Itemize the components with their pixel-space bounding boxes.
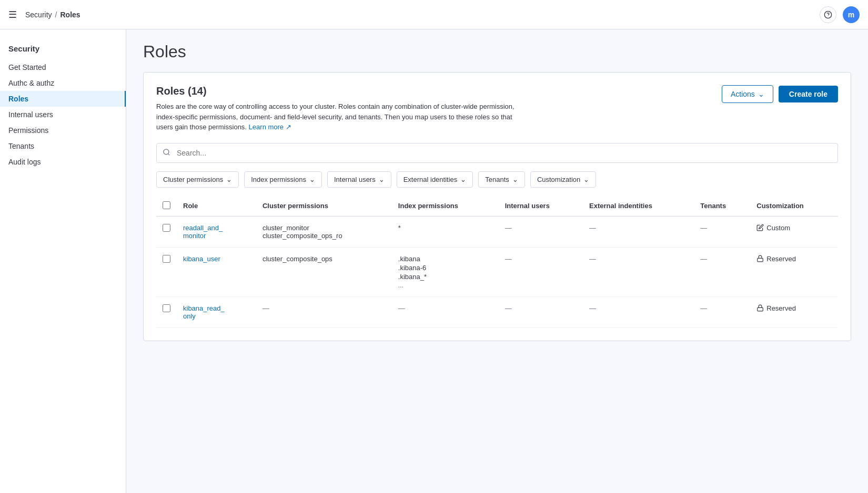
row-checkbox-cell: [156, 247, 177, 296]
menu-icon[interactable]: ☰: [8, 9, 17, 20]
roles-title-area: Roles (14) Roles are the core way of con…: [156, 85, 711, 132]
filter-cluster-permissions[interactable]: Cluster permissions ⌄: [156, 171, 239, 188]
roles-table: Role Cluster permissions Index permissio…: [156, 196, 838, 328]
index-permissions-cell: *: [392, 216, 499, 247]
chevron-down-icon: ⌄: [460, 176, 466, 183]
search-container: [156, 143, 838, 163]
index-permissions-cell: —: [392, 296, 499, 327]
table-row: kibana_read_only — — — — —: [156, 296, 838, 327]
actions-button[interactable]: Actions ⌄: [722, 85, 773, 103]
tenants-cell: —: [694, 296, 750, 327]
svg-point-2: [164, 149, 169, 154]
role-link[interactable]: readall_and_monitor: [183, 224, 223, 240]
sidebar-item-permissions[interactable]: Permissions: [0, 122, 126, 138]
lock-icon: [756, 304, 764, 312]
row-checkbox[interactable]: [163, 224, 170, 232]
cluster-permissions-cell: cluster_monitorcluster_composite_ops_ro: [256, 216, 392, 247]
svg-rect-5: [758, 307, 763, 311]
svg-line-3: [168, 153, 169, 155]
breadcrumb: Security / Roles: [25, 11, 80, 19]
select-all-checkbox[interactable]: [163, 201, 170, 209]
roles-card-title: Roles (14): [156, 85, 711, 97]
row-checkbox[interactable]: [163, 304, 170, 312]
col-customization: Customization: [750, 196, 838, 217]
filter-internal-users[interactable]: Internal users ⌄: [327, 171, 391, 188]
chevron-down-icon: ⌄: [309, 176, 315, 183]
table-row: readall_and_monitor cluster_monitorclust…: [156, 216, 838, 247]
cluster-permissions-cell: —: [256, 296, 392, 327]
col-index-permissions: Index permissions: [392, 196, 499, 217]
filters: Cluster permissions ⌄ Index permissions …: [156, 171, 838, 188]
sidebar-item-tenants[interactable]: Tenants: [0, 138, 126, 154]
sidebar-item-authc-authz[interactable]: Authc & authz: [0, 75, 126, 91]
topnav-right: m: [820, 6, 860, 23]
roles-description: Roles are the core way of controlling ac…: [156, 101, 524, 132]
roles-actions: Actions ⌄ Create role: [722, 85, 838, 103]
sidebar-item-internal-users[interactable]: Internal users: [0, 107, 126, 122]
sidebar-item-get-started[interactable]: Get Started: [0, 59, 126, 75]
customization-cell: Custom: [750, 216, 838, 247]
row-checkbox[interactable]: [163, 255, 170, 263]
filter-customization[interactable]: Customization ⌄: [530, 171, 596, 188]
sidebar-item-roles[interactable]: Roles: [0, 91, 126, 107]
role-cell: kibana_user: [177, 247, 256, 296]
search-icon: [163, 148, 170, 158]
tenants-cell: —: [694, 216, 750, 247]
external-identities-cell: —: [583, 216, 694, 247]
breadcrumb-sep: /: [55, 11, 57, 19]
chevron-down-icon: ⌄: [758, 90, 764, 98]
create-role-button[interactable]: Create role: [779, 86, 838, 102]
row-checkbox-cell: [156, 296, 177, 327]
chevron-down-icon: ⌄: [226, 176, 232, 183]
avatar[interactable]: m: [843, 6, 860, 23]
role-cell: kibana_read_only: [177, 296, 256, 327]
chevron-down-icon: ⌄: [583, 176, 589, 183]
col-external-identities: External indentities: [583, 196, 694, 217]
internal-users-cell: —: [499, 296, 583, 327]
col-internal-users: Internal users: [499, 196, 583, 217]
page-title: Roles: [143, 42, 851, 61]
role-link[interactable]: kibana_read_only: [183, 304, 225, 320]
customization-cell: Reserved: [750, 247, 838, 296]
select-all-header: [156, 196, 177, 217]
role-cell: readall_and_monitor: [177, 216, 256, 247]
roles-card: Roles (14) Roles are the core way of con…: [143, 72, 851, 341]
internal-users-cell: —: [499, 216, 583, 247]
filter-tenants[interactable]: Tenants ⌄: [478, 171, 525, 188]
learn-more-link[interactable]: Learn more ↗: [249, 123, 291, 131]
sidebar: Security Get Started Authc & authz Roles…: [0, 29, 126, 493]
help-icon-button[interactable]: [820, 6, 836, 23]
table-row: kibana_user cluster_composite_ops .kiban…: [156, 247, 838, 296]
chevron-down-icon: ⌄: [512, 176, 518, 183]
tenants-cell: —: [694, 247, 750, 296]
chevron-down-icon: ⌄: [379, 176, 385, 183]
sidebar-heading: Security: [0, 40, 126, 59]
cluster-permissions-cell: cluster_composite_ops: [256, 247, 392, 296]
external-identities-cell: —: [583, 296, 694, 327]
pencil-icon: [756, 224, 764, 231]
lock-icon: [756, 255, 764, 262]
filter-index-permissions[interactable]: Index permissions ⌄: [244, 171, 322, 188]
external-identities-cell: —: [583, 247, 694, 296]
col-cluster-permissions: Cluster permissions: [256, 196, 392, 217]
roles-header: Roles (14) Roles are the core way of con…: [156, 85, 838, 132]
col-role: Role: [177, 196, 256, 217]
search-input[interactable]: [156, 143, 838, 163]
svg-rect-4: [758, 258, 763, 261]
internal-users-cell: —: [499, 247, 583, 296]
col-tenants: Tenants: [694, 196, 750, 217]
filter-external-identities[interactable]: External identities ⌄: [397, 171, 473, 188]
index-permissions-cell: .kibana .kibana-6 .kibana_* ...: [392, 247, 499, 296]
breadcrumb-roles: Roles: [60, 11, 80, 19]
sidebar-item-audit-logs[interactable]: Audit logs: [0, 154, 126, 170]
breadcrumb-security: Security: [25, 11, 52, 19]
row-checkbox-cell: [156, 216, 177, 247]
customization-cell: Reserved: [750, 296, 838, 327]
layout: Security Get Started Authc & authz Roles…: [0, 29, 868, 493]
role-link[interactable]: kibana_user: [183, 255, 220, 263]
topnav: ☰ Security / Roles m: [0, 0, 868, 29]
main-content: Roles Roles (14) Roles are the core way …: [126, 29, 868, 493]
